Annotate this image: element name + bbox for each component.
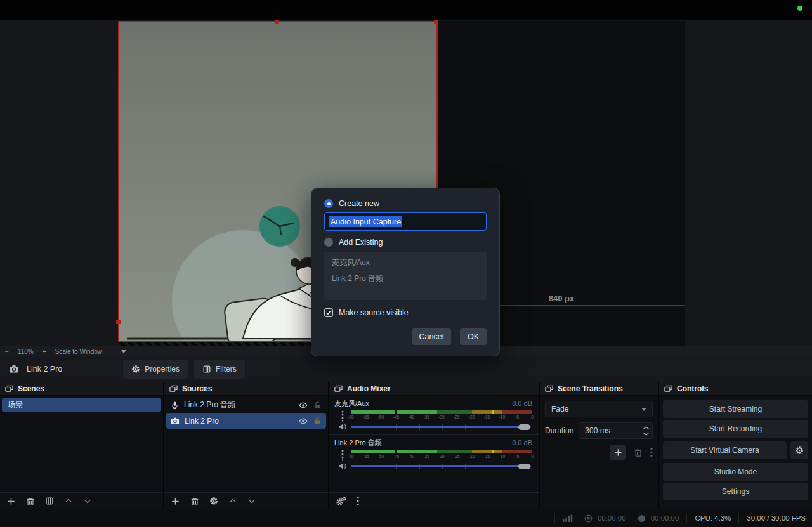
properties-label: Properties — [145, 365, 180, 374]
existing-source-item[interactable]: Link 2 Pro 音频 — [332, 271, 479, 287]
source-properties-button[interactable] — [209, 497, 218, 505]
volume-slider[interactable] — [351, 423, 531, 431]
create-source-dialog: Create new Audio Input Capture Add Exist… — [311, 188, 500, 356]
context-source-name: Link 2 Pro — [27, 365, 62, 374]
dock-icon — [5, 385, 13, 393]
source-name-input[interactable]: Audio Input Capture — [324, 212, 487, 231]
controls-title-label: Controls — [677, 384, 708, 393]
obs-window: 840 px − 110% + Scale to Window Link 2 P… — [0, 0, 812, 527]
remove-source-button[interactable] — [190, 497, 199, 506]
cpu-usage: CPU: 4.3% — [695, 514, 731, 522]
audio-mixer-title-label: Audio Mixer — [347, 384, 391, 393]
move-scene-down-button[interactable] — [83, 497, 92, 505]
channel-name: Link 2 Pro 音频 — [334, 438, 382, 448]
source-name-value: Audio Input Capture — [329, 216, 402, 227]
cancel-button[interactable]: Cancel — [412, 328, 451, 345]
create-new-option[interactable]: Create new — [324, 199, 487, 208]
dock-icon — [664, 385, 672, 393]
zoom-in-button[interactable]: + — [43, 348, 46, 355]
camera-icon — [171, 417, 180, 426]
ok-button[interactable]: OK — [460, 328, 487, 345]
controls-panel: Controls Start Streaming Start Recording… — [659, 382, 812, 509]
scenes-panel-title: Scenes — [0, 382, 163, 396]
scene-filters-button[interactable] — [45, 497, 54, 505]
existing-source-item[interactable]: 麦克风/Aux — [332, 255, 479, 271]
visibility-toggle-icon[interactable] — [298, 401, 308, 410]
volume-slider[interactable] — [351, 462, 531, 471]
resize-handle-top[interactable] — [275, 20, 279, 24]
visibility-toggle-icon[interactable] — [298, 417, 308, 426]
status-bar: 00:00:00 00:00:00 CPU: 4.3% 30.00 / 30.0… — [0, 509, 812, 527]
duration-label: Duration — [545, 426, 573, 435]
make-source-visible-option[interactable]: Make source visible — [324, 308, 487, 317]
zoom-out-button[interactable]: − — [5, 348, 9, 355]
transition-select[interactable]: Fade — [545, 401, 653, 417]
audio-mixer-panel-title: Audio Mixer — [329, 382, 539, 396]
dock-icon — [334, 385, 343, 393]
source-name: Link 2 Pro 音频 — [184, 400, 293, 410]
add-scene-button[interactable] — [6, 497, 16, 506]
lock-toggle-icon[interactable] — [313, 417, 322, 426]
radio-unselected-icon[interactable] — [324, 238, 333, 247]
channel-db-value: 0.0 dB — [512, 400, 532, 407]
speaker-icon[interactable] — [334, 462, 351, 471]
radio-selected-icon[interactable] — [324, 199, 333, 208]
advanced-audio-gears-icon[interactable] — [336, 497, 346, 506]
gear-icon — [131, 365, 140, 374]
resize-handle-top-right[interactable] — [434, 20, 438, 24]
add-transition-button[interactable] — [610, 445, 626, 460]
move-scene-up-button[interactable] — [64, 497, 73, 505]
mixer-channels: 麦克风/Aux 0.0 dB -60-55-50-45-40-35-30-25-… — [329, 396, 539, 492]
duration-spinbox[interactable]: 300 ms — [579, 422, 653, 439]
settings-button[interactable]: Settings — [663, 483, 808, 500]
dock-icon — [545, 385, 553, 393]
existing-sources-list[interactable]: 麦克风/AuxLink 2 Pro 音频 — [324, 252, 487, 300]
volume-slider-handle[interactable] — [518, 424, 530, 430]
scenes-list: 场景 — [0, 396, 163, 492]
create-new-label: Create new — [339, 199, 379, 208]
source-name: Link 2 Pro — [185, 417, 293, 426]
studio-mode-button[interactable]: Studio Mode — [663, 463, 808, 481]
camera-icon — [9, 364, 19, 374]
add-existing-label: Add Existing — [339, 238, 383, 247]
remove-scene-button[interactable] — [26, 497, 35, 506]
sources-toolbar — [164, 492, 328, 509]
start-recording-button[interactable]: Start Recording — [663, 420, 808, 438]
audio-mixer-panel: Audio Mixer 麦克风/Aux 0.0 dB -60-55-50 — [329, 382, 539, 509]
stream-timer: 00:00:00 — [598, 514, 626, 522]
source-row[interactable]: Link 2 Pro 音频 — [166, 397, 326, 413]
transition-menu-kebab-icon[interactable] — [650, 447, 653, 457]
transitions-panel-title: Scene Transitions — [540, 382, 658, 396]
record-timer: 00:00:00 — [651, 514, 679, 522]
add-source-button[interactable] — [171, 497, 180, 506]
mixer-toolbar — [329, 492, 539, 509]
source-context-bar: Link 2 Pro Properties Filters — [0, 356, 812, 382]
start-virtual-camera-button[interactable]: Start Virtual Camera — [663, 441, 787, 459]
zoom-level: 110% — [18, 348, 34, 355]
move-source-up-button[interactable] — [228, 497, 237, 505]
spin-up-icon[interactable] — [643, 426, 650, 430]
virtual-camera-settings-button[interactable] — [790, 441, 808, 459]
properties-button[interactable]: Properties — [123, 360, 188, 379]
remove-transition-button[interactable] — [634, 448, 643, 457]
docks: Scenes 场景 Sources — [0, 382, 812, 509]
scene-item[interactable]: 场景 — [2, 398, 161, 412]
add-existing-option[interactable]: Add Existing — [324, 238, 487, 247]
scale-mode-select[interactable]: Scale to Window — [55, 348, 102, 355]
start-streaming-button[interactable]: Start Streaming — [663, 400, 808, 418]
source-row[interactable]: Link 2 Pro — [166, 413, 326, 429]
spin-down-icon[interactable] — [643, 432, 650, 436]
speaker-icon[interactable] — [334, 422, 351, 431]
microphone-icon — [171, 401, 179, 410]
filters-icon — [202, 365, 211, 374]
volume-slider-handle[interactable] — [518, 464, 530, 469]
scale-mode-caret-icon[interactable] — [121, 350, 126, 353]
lock-toggle-icon[interactable] — [313, 401, 322, 410]
resize-handle-left[interactable] — [116, 320, 121, 324]
scene-transitions-panel: Scene Transitions Fade Duration 300 ms — [540, 382, 658, 509]
mixer-menu-kebab-icon[interactable] — [357, 496, 359, 506]
checkbox-checked-icon[interactable] — [324, 308, 333, 317]
duration-value: 300 ms — [579, 426, 639, 435]
filters-button[interactable]: Filters — [194, 360, 245, 379]
move-source-down-button[interactable] — [247, 497, 256, 505]
